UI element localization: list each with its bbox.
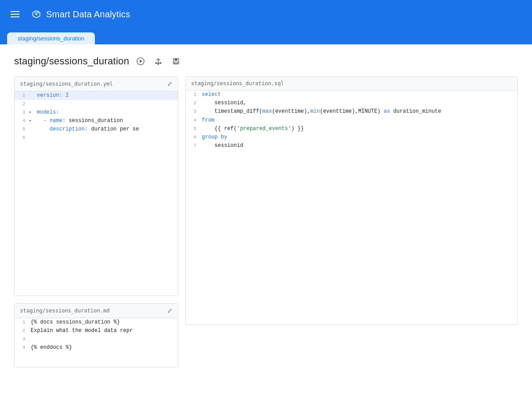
line-content: sessionid, <box>200 99 248 107</box>
logo-icon <box>30 8 43 20</box>
code-line: 7 sessionid <box>186 142 517 150</box>
line-content: timestamp_diff(max(eventtime),min(eventt… <box>200 107 443 116</box>
code-line: 4from <box>186 116 517 125</box>
hamburger-menu[interactable] <box>7 8 23 21</box>
line-number: 7 <box>186 142 200 150</box>
line-arrow <box>29 91 35 92</box>
svg-marker-2 <box>140 60 143 63</box>
app-logo: Smart Data Analytics <box>30 8 130 20</box>
tab-bar: staging/sessions_duration <box>0 28 532 44</box>
md-panel: staging/sessions_duration.md ⤢ 1{% docs … <box>14 303 178 367</box>
line-arrow: ▾ <box>29 108 35 116</box>
code-line: 3 <box>15 335 178 344</box>
code-line: 4{% enddocs %} <box>15 344 178 352</box>
line-number: 6 <box>15 134 29 142</box>
line-content: select <box>200 91 223 99</box>
line-content: description: duration per se <box>35 125 141 134</box>
yml-panel-header: staging/sessions_duration.yml ⤢ <box>15 77 178 91</box>
line-number: 1 <box>186 91 200 99</box>
svg-rect-12 <box>175 62 177 63</box>
sql-code-body: 1select2 sessionid,3 timestamp_diff(max(… <box>186 91 517 295</box>
code-line: 1{% docs sessions_duration %} <box>15 318 178 327</box>
md-code-body: 1{% docs sessions_duration %}2Explain wh… <box>15 318 178 367</box>
line-arrow <box>29 100 35 101</box>
code-line: 3▾models: <box>15 108 178 117</box>
line-number: 4 <box>15 344 29 352</box>
svg-rect-10 <box>175 59 177 61</box>
md-panel-header: staging/sessions_duration.md ⤢ <box>15 304 178 318</box>
version-button[interactable] <box>152 55 164 67</box>
line-content: - name: sessions_duration <box>35 117 125 125</box>
app-title: Smart Data Analytics <box>46 9 130 20</box>
tab-sessions-duration[interactable]: staging/sessions_duration <box>7 32 95 44</box>
code-line: 5 {{ ref('prepared_events') }} <box>186 125 517 133</box>
code-line: 1select <box>186 91 517 99</box>
md-panel-title: staging/sessions_duration.md <box>20 308 110 314</box>
code-line: 6 <box>15 134 178 142</box>
line-content: sessionid <box>200 142 245 150</box>
yml-panel: staging/sessions_duration.yml ⤢ 1version… <box>14 76 178 296</box>
yml-expand-icon[interactable]: ⤢ <box>167 80 172 87</box>
line-number: 6 <box>186 133 200 142</box>
left-column: staging/sessions_duration.yml ⤢ 1version… <box>14 76 178 367</box>
code-line: 6group by <box>186 133 517 142</box>
line-number: 4 <box>15 117 29 125</box>
sql-panel: staging/sessions_duration.sql 1select2 s… <box>185 76 518 325</box>
line-number: 1 <box>15 318 29 327</box>
sql-panel-title: staging/sessions_duration.sql <box>191 80 284 87</box>
page-title-bar: staging/sessions_duration <box>14 55 518 67</box>
code-line: 2 sessionid, <box>186 99 517 107</box>
page-title: staging/sessions_duration <box>14 55 129 67</box>
line-content: {{ ref('prepared_events') }} <box>200 125 305 133</box>
line-number: 2 <box>15 100 29 108</box>
code-line: 4▾ - name: sessions_duration <box>15 117 178 125</box>
md-expand-icon[interactable]: ⤢ <box>167 307 172 314</box>
run-button[interactable] <box>134 55 147 67</box>
line-arrow: ▾ <box>29 117 35 125</box>
line-arrow <box>29 125 35 126</box>
line-number: 2 <box>186 99 200 107</box>
line-number: 4 <box>186 116 200 125</box>
line-number: 3 <box>186 107 200 116</box>
yml-code-body: 1version: 223▾models:4▾ - name: sessions… <box>15 91 178 296</box>
code-line: 5 description: duration per se <box>15 125 178 134</box>
line-content: models: <box>35 108 61 117</box>
panels-container: staging/sessions_duration.yml ⤢ 1version… <box>14 76 518 367</box>
line-number: 3 <box>15 335 29 344</box>
save-button[interactable] <box>170 55 182 67</box>
line-content: {% docs sessions_duration %} <box>29 318 122 327</box>
topbar: Smart Data Analytics <box>0 0 532 28</box>
code-line: 1version: 2 <box>15 91 178 100</box>
sql-panel-header: staging/sessions_duration.sql <box>186 77 517 91</box>
code-line: 2 <box>15 100 178 108</box>
line-arrow <box>29 134 35 134</box>
line-number: 2 <box>15 327 29 335</box>
line-number: 5 <box>15 125 29 134</box>
yml-panel-title: staging/sessions_duration.yml <box>20 81 113 87</box>
line-content: {% enddocs %} <box>29 344 74 352</box>
line-number: 5 <box>186 125 200 133</box>
line-content: Explain what the model data repr <box>29 327 134 335</box>
svg-point-4 <box>157 63 159 65</box>
line-content: group by <box>200 133 229 142</box>
code-line: 3 timestamp_diff(max(eventtime),min(even… <box>186 107 517 116</box>
line-number: 1 <box>15 91 29 100</box>
svg-point-0 <box>35 13 37 15</box>
code-line: 2Explain what the model data repr <box>15 327 178 335</box>
line-number: 3 <box>15 108 29 117</box>
main-content: staging/sessions_duration <box>0 44 532 399</box>
line-content: from <box>200 116 216 125</box>
line-content: version: 2 <box>35 91 70 100</box>
